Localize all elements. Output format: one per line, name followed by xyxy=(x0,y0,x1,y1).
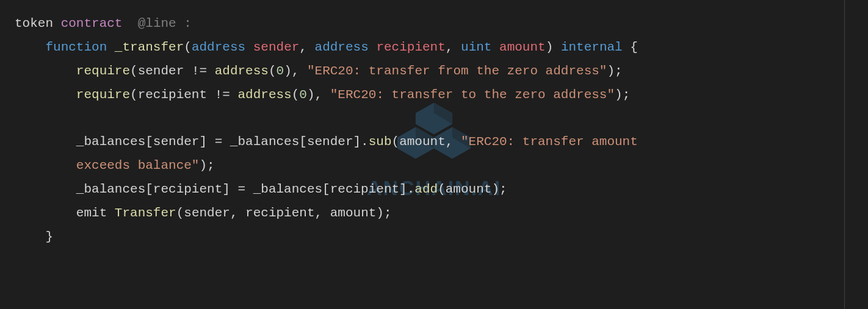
zero-literal: 0 xyxy=(299,88,307,102)
function-keyword: function xyxy=(45,40,107,54)
code-editor[interactable]: token contract @line : function _transfe… xyxy=(15,12,868,249)
param-name: sender xyxy=(253,40,300,54)
param-type: address xyxy=(192,40,245,54)
code-line-header: token contract @line : xyxy=(15,16,192,30)
error-string: "ERC20: transfer from the zero address" xyxy=(307,64,607,78)
close-brace: } xyxy=(45,230,53,244)
transfer-event: Transfer xyxy=(115,206,176,220)
contract-keyword: contract xyxy=(61,16,123,30)
code-line-2: require(sender != address(0), "ERC20: tr… xyxy=(15,64,623,78)
code-line-1: function _transfer(address sender, addre… xyxy=(15,40,638,54)
address-cast: address xyxy=(215,64,269,78)
code-line-4 xyxy=(15,111,23,125)
code-line-9: } xyxy=(15,230,53,244)
code-line-8: emit Transfer(sender, recipient, amount)… xyxy=(15,206,392,220)
address-cast: address xyxy=(238,88,292,102)
colon: : xyxy=(184,16,192,30)
param-type: uint xyxy=(461,40,491,54)
zero-literal: 0 xyxy=(277,64,284,78)
error-string: "ERC20: transfer to the zero address" xyxy=(330,88,615,102)
param-name: recipient xyxy=(376,40,445,54)
token-keyword: token xyxy=(15,16,53,30)
code-line-3: require(recipient != address(0), "ERC20:… xyxy=(15,88,630,102)
param-type: address xyxy=(315,40,369,54)
function-name: _transfer xyxy=(115,40,184,54)
line-annotation: @line xyxy=(138,16,176,30)
code-line-6: exceeds balance"); xyxy=(15,158,215,172)
emit-keyword: emit xyxy=(76,206,115,220)
balance-assignment: _balances[sender] = _balances[sender]. xyxy=(76,135,369,149)
error-string-cont: exceeds balance" xyxy=(76,158,200,172)
code-line-5: _balances[sender] = _balances[sender].su… xyxy=(15,135,645,149)
add-method: add xyxy=(414,182,438,196)
sub-method: sub xyxy=(369,135,392,149)
code-line-7: _balances[recipient] = _balances[recipie… xyxy=(15,182,507,196)
balance-assignment: _balances[recipient] = _balances[recipie… xyxy=(76,182,415,196)
internal-keyword: internal xyxy=(553,40,630,54)
param-name: amount xyxy=(499,40,546,54)
require-call: require xyxy=(76,88,130,102)
error-string: "ERC20: transfer amount xyxy=(461,135,645,149)
require-call: require xyxy=(76,64,130,78)
